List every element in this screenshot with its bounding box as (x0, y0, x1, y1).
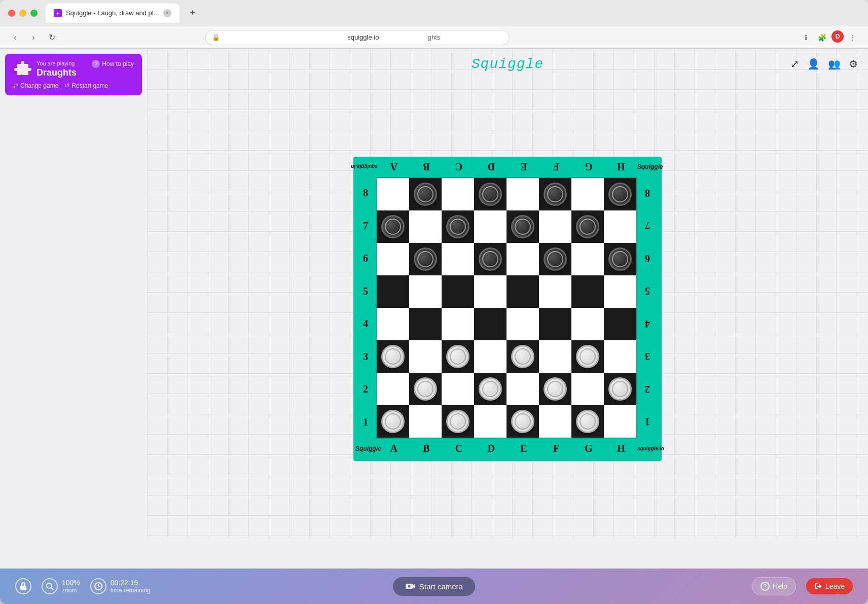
minimize-button[interactable] (19, 10, 26, 17)
board-cell-4-3[interactable] (474, 308, 507, 340)
board-cell-4-5[interactable] (539, 308, 571, 340)
board-cell-5-3[interactable] (474, 340, 507, 373)
menu-button[interactable]: ⋮ (846, 30, 860, 45)
board-cell-1-4[interactable] (507, 210, 539, 243)
board-cell-1-6[interactable] (571, 210, 604, 243)
group-icon[interactable]: 👥 (828, 58, 841, 70)
board-cell-7-7[interactable] (604, 405, 636, 438)
tab-close-button[interactable]: × (163, 9, 171, 17)
board-cell-6-1[interactable] (409, 373, 442, 405)
light-piece-7-2[interactable] (446, 410, 469, 433)
board-cell-5-6[interactable] (571, 340, 604, 373)
board-cell-3-2[interactable] (442, 275, 474, 308)
board-cell-3-3[interactable] (474, 275, 507, 308)
board-cell-1-7[interactable] (604, 210, 636, 243)
dark-piece-0-5[interactable] (544, 183, 567, 206)
browser-tab[interactable]: ✦ Squiggle - Laugh, draw and pl... × (46, 4, 179, 23)
board-cell-2-6[interactable] (571, 243, 604, 275)
dark-piece-0-1[interactable] (414, 183, 437, 206)
dark-piece-0-3[interactable] (479, 183, 502, 206)
light-piece-5-6[interactable] (576, 345, 599, 368)
dark-piece-0-7[interactable] (608, 183, 632, 206)
board-cell-1-2[interactable] (442, 210, 474, 243)
board-cell-1-1[interactable] (409, 210, 442, 243)
board-cell-6-3[interactable] (474, 373, 507, 405)
board-cell-4-1[interactable] (409, 308, 442, 340)
back-button[interactable]: ‹ (8, 30, 22, 45)
light-piece-6-3[interactable] (479, 377, 502, 401)
dark-piece-1-6[interactable] (576, 215, 599, 238)
light-piece-7-6[interactable] (576, 410, 599, 433)
board-cell-5-2[interactable] (442, 340, 474, 373)
board-cell-0-2[interactable] (442, 178, 474, 210)
board-cell-0-7[interactable] (604, 178, 636, 210)
board-cell-3-6[interactable] (571, 275, 604, 308)
board-cell-7-5[interactable] (539, 405, 571, 438)
help-button[interactable]: ? Help (752, 577, 796, 595)
board-cell-6-4[interactable] (507, 373, 539, 405)
board-cell-1-0[interactable] (377, 210, 409, 243)
reload-button[interactable]: ↻ (45, 30, 59, 45)
board-cell-2-0[interactable] (377, 243, 409, 275)
board-cell-7-0[interactable] (377, 405, 409, 438)
board-cell-3-4[interactable] (507, 275, 539, 308)
change-game-button[interactable]: ⇄ Change game (13, 82, 58, 89)
how-to-play-button[interactable]: ? How to play (92, 60, 134, 68)
board-cell-5-0[interactable] (377, 340, 409, 373)
board-cell-6-5[interactable] (539, 373, 571, 405)
light-piece-7-4[interactable] (511, 410, 534, 433)
dark-piece-2-1[interactable] (414, 247, 437, 271)
board-cell-3-0[interactable] (377, 275, 409, 308)
board-cell-3-1[interactable] (409, 275, 442, 308)
dark-piece-1-0[interactable] (381, 215, 405, 238)
dark-piece-1-2[interactable] (446, 215, 469, 238)
board-cell-2-3[interactable] (474, 243, 507, 275)
board-cell-4-2[interactable] (442, 308, 474, 340)
board-cell-7-2[interactable] (442, 405, 474, 438)
board-cell-7-6[interactable] (571, 405, 604, 438)
board-cell-5-7[interactable] (604, 340, 636, 373)
board-cell-2-4[interactable] (507, 243, 539, 275)
light-piece-6-5[interactable] (544, 377, 567, 401)
board-cell-7-3[interactable] (474, 405, 507, 438)
board-cell-0-6[interactable] (571, 178, 604, 210)
board-cell-4-0[interactable] (377, 308, 409, 340)
board-cell-5-1[interactable] (409, 340, 442, 373)
board-cell-2-1[interactable] (409, 243, 442, 275)
board-cell-5-5[interactable] (539, 340, 571, 373)
search-icon[interactable] (42, 578, 58, 594)
board-cell-2-7[interactable] (604, 243, 636, 275)
board-cell-1-5[interactable] (539, 210, 571, 243)
start-camera-button[interactable]: Start camera (392, 577, 476, 596)
board-cell-7-1[interactable] (409, 405, 442, 438)
board-cell-0-5[interactable] (539, 178, 571, 210)
restart-game-button[interactable]: ↺ Restart game (64, 82, 108, 89)
board-cell-0-1[interactable] (409, 178, 442, 210)
dark-piece-2-7[interactable] (608, 247, 632, 271)
board-cell-2-5[interactable] (539, 243, 571, 275)
light-piece-6-1[interactable] (414, 377, 437, 401)
checkerboard-grid[interactable] (376, 177, 637, 439)
board-cell-6-7[interactable] (604, 373, 636, 405)
board-cell-6-2[interactable] (442, 373, 474, 405)
board-cell-7-4[interactable] (507, 405, 539, 438)
board-cell-0-0[interactable] (377, 178, 409, 210)
board-cell-2-2[interactable] (442, 243, 474, 275)
board-cell-3-5[interactable] (539, 275, 571, 308)
board-cell-4-7[interactable] (604, 308, 636, 340)
dark-piece-1-4[interactable] (511, 215, 534, 238)
light-piece-7-0[interactable] (381, 410, 405, 433)
compress-icon[interactable]: ⤢ (790, 58, 799, 70)
add-person-icon[interactable]: 👤 (807, 58, 820, 70)
dark-piece-2-3[interactable] (479, 247, 502, 271)
light-piece-5-2[interactable] (446, 345, 469, 368)
board-cell-6-0[interactable] (377, 373, 409, 405)
close-button[interactable] (8, 10, 15, 17)
light-piece-6-7[interactable] (608, 377, 632, 401)
info-button[interactable]: ℹ (799, 30, 813, 45)
light-piece-5-4[interactable] (511, 345, 534, 368)
extension-button[interactable]: 🧩 (815, 30, 829, 45)
dark-piece-2-5[interactable] (544, 247, 567, 271)
board-cell-4-6[interactable] (571, 308, 604, 340)
forward-button[interactable]: › (26, 30, 41, 45)
